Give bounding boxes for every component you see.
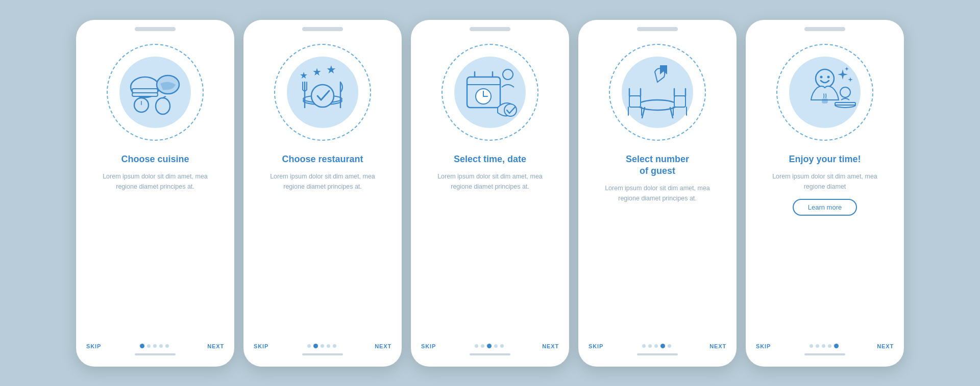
dot-2-0 xyxy=(307,344,311,348)
next-button-2[interactable]: NEXT xyxy=(375,343,391,349)
skip-button-5[interactable]: SKIP xyxy=(756,343,771,349)
svg-rect-29 xyxy=(629,96,641,107)
screen-title-1: Choose cuisine xyxy=(121,153,189,165)
phone-content-1: Choose cuisine Lorem ipsum dolor sit dim… xyxy=(76,31,234,343)
skip-button-4[interactable]: SKIP xyxy=(589,343,603,349)
home-indicator-3 xyxy=(470,353,510,355)
phone-notch-2 xyxy=(302,27,343,31)
svg-rect-43 xyxy=(835,102,855,105)
dot-3-1 xyxy=(481,344,484,348)
dot-5-1 xyxy=(816,344,819,348)
dot-3-4 xyxy=(500,344,504,348)
svg-text:★: ★ xyxy=(326,63,336,76)
dot-1-2 xyxy=(153,344,157,348)
phone-screen-3: Select time, date Lorem ipsum dolor sit … xyxy=(411,20,569,367)
phone-notch-3 xyxy=(470,27,510,31)
dot-2-4 xyxy=(333,344,336,348)
dots-row-2 xyxy=(307,344,336,348)
dot-5-4 xyxy=(834,344,839,348)
phone-screen-2: ★ ★ ★ xyxy=(243,20,402,367)
phone-bottom-5: SKIP NEXT xyxy=(746,343,904,367)
screen-desc-3: Lorem ipsum dolor sit dim amet, mea regi… xyxy=(421,171,559,192)
screen-desc-5: Lorem ipsum dolor sit dim amet, mea regi… xyxy=(756,171,894,192)
nav-row-3: SKIP NEXT xyxy=(421,343,559,349)
svg-rect-34 xyxy=(674,96,685,107)
phone-content-5: Enjoy your time! Lorem ipsum dolor sit d… xyxy=(746,31,904,343)
phone-notch-4 xyxy=(637,27,678,31)
time-date-icon xyxy=(457,59,523,125)
dot-2-1 xyxy=(313,344,318,348)
nav-row-2: SKIP NEXT xyxy=(254,343,391,349)
dot-4-2 xyxy=(654,344,658,348)
phone-notch-5 xyxy=(804,27,845,31)
dot-2-2 xyxy=(321,344,324,348)
dots-row-4 xyxy=(642,344,671,348)
home-indicator-2 xyxy=(302,353,343,355)
next-button-5[interactable]: NEXT xyxy=(877,343,894,349)
nav-row-1: SKIP NEXT xyxy=(86,343,224,349)
svg-point-6 xyxy=(156,98,170,114)
svg-rect-45 xyxy=(822,99,827,103)
screen-title-5: Enjoy your time! xyxy=(789,153,861,165)
next-button-1[interactable]: NEXT xyxy=(207,343,224,349)
phone-bottom-2: SKIP NEXT xyxy=(243,343,402,367)
phone-content-4: Select number of guest Lorem ipsum dolor… xyxy=(578,31,737,343)
dot-5-2 xyxy=(822,344,825,348)
skip-button-3[interactable]: SKIP xyxy=(421,343,436,349)
dot-3-0 xyxy=(475,344,478,348)
svg-rect-1 xyxy=(132,89,158,93)
dot-2-3 xyxy=(327,344,330,348)
screen-desc-1: Lorem ipsum dolor sit dim amet, mea regi… xyxy=(86,171,224,192)
skip-button-1[interactable]: SKIP xyxy=(86,343,101,349)
dot-3-3 xyxy=(494,344,498,348)
svg-point-41 xyxy=(827,75,830,78)
svg-text:★: ★ xyxy=(300,70,308,81)
next-button-3[interactable]: NEXT xyxy=(542,343,559,349)
dot-4-1 xyxy=(648,344,652,348)
dots-row-1 xyxy=(140,344,169,348)
phone-screen-4: Select number of guest Lorem ipsum dolor… xyxy=(578,20,737,367)
illustration-guest xyxy=(606,41,708,143)
illustration-time xyxy=(439,41,541,143)
dot-1-1 xyxy=(147,344,151,348)
nav-row-4: SKIP NEXT xyxy=(589,343,726,349)
home-indicator-5 xyxy=(804,353,845,355)
home-indicator-4 xyxy=(637,353,678,355)
guest-icon xyxy=(624,59,691,125)
dot-1-4 xyxy=(165,344,169,348)
screen-desc-2: Lorem ipsum dolor sit dim amet, mea regi… xyxy=(254,171,391,192)
dot-1-0 xyxy=(140,344,144,348)
phone-content-2: ★ ★ ★ xyxy=(243,31,402,343)
illustration-enjoy xyxy=(774,41,876,143)
skip-button-2[interactable]: SKIP xyxy=(254,343,268,349)
next-button-4[interactable]: NEXT xyxy=(709,343,726,349)
enjoy-icon xyxy=(792,59,858,125)
screen-title-2: Choose restaurant xyxy=(282,153,363,165)
dot-5-0 xyxy=(810,344,813,348)
illustration-restaurant: ★ ★ ★ xyxy=(272,41,374,143)
screens-container: Choose cuisine Lorem ipsum dolor sit dim… xyxy=(56,5,924,382)
phone-notch-1 xyxy=(135,27,176,31)
learn-more-button[interactable]: Learn more xyxy=(793,199,857,216)
illustration-cuisine xyxy=(104,41,206,143)
svg-point-40 xyxy=(820,75,823,78)
phone-bottom-3: SKIP NEXT xyxy=(411,343,569,367)
screen-title-4: Select number of guest xyxy=(626,153,689,177)
dot-4-4 xyxy=(668,344,671,348)
svg-point-39 xyxy=(816,69,834,88)
phone-content-3: Select time, date Lorem ipsum dolor sit … xyxy=(411,31,569,343)
svg-point-25 xyxy=(504,104,517,116)
phone-screen-5: Enjoy your time! Lorem ipsum dolor sit d… xyxy=(746,20,904,367)
svg-rect-2 xyxy=(132,93,158,96)
dot-3-2 xyxy=(487,344,492,348)
cuisine-icon xyxy=(122,59,188,125)
nav-row-5: SKIP NEXT xyxy=(756,343,894,349)
dots-row-3 xyxy=(475,344,504,348)
phone-screen-1: Choose cuisine Lorem ipsum dolor sit dim… xyxy=(76,20,234,367)
svg-point-24 xyxy=(503,69,513,80)
svg-point-12 xyxy=(311,85,334,107)
home-indicator-1 xyxy=(135,353,176,355)
dot-1-3 xyxy=(159,344,163,348)
dot-4-0 xyxy=(642,344,646,348)
screen-desc-4: Lorem ipsum dolor sit dim amet, mea regi… xyxy=(589,183,726,203)
